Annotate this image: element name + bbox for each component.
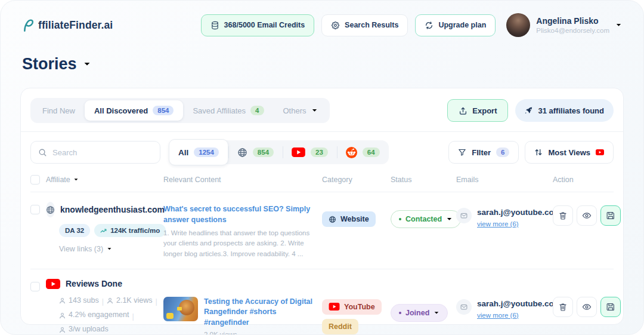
column-header-status-label: Status — [391, 176, 411, 184]
logo-text: ffiliateFinder.ai — [38, 19, 113, 32]
save-button[interactable] — [600, 205, 621, 226]
affiliates-found-pill: 31 affiliates found — [515, 99, 614, 122]
content-title-link[interactable]: Testing the Accuracy of Digital Rangefin… — [204, 297, 314, 328]
source-filter-all[interactable]: All 1254 — [169, 139, 228, 165]
view-links-label: View links (3) — [59, 245, 103, 253]
save-button[interactable] — [600, 297, 621, 317]
envelope-icon — [456, 208, 472, 223]
person-icon — [59, 312, 66, 319]
app-window: ffiliateFinder.ai 368/5000 Email Credits… — [0, 0, 644, 335]
globe-icon — [237, 147, 247, 158]
emails-cell: sarah.j@youtube.com view more (6) — [456, 279, 553, 320]
row-checkbox[interactable] — [30, 282, 40, 291]
reddit-icon — [346, 147, 357, 158]
action-cell — [553, 279, 621, 317]
user-menu[interactable]: Angelina Plisko Plisko4@endorsely.com — [506, 13, 622, 37]
status-dot — [399, 312, 401, 314]
video-thumbnail[interactable] — [163, 297, 198, 321]
traffic-badge-label: 124K traffic/mo — [110, 227, 160, 234]
title-chevron-icon[interactable] — [83, 62, 91, 67]
logo-icon — [22, 18, 37, 33]
traffic-badge: 124K traffic/mo — [94, 224, 166, 237]
youtube-icon — [596, 148, 604, 156]
eye-icon — [582, 211, 592, 220]
main-card: Find New All Discovered 854 Saved Affili… — [20, 88, 624, 325]
chevron-down-icon — [311, 108, 318, 113]
funnel-icon — [458, 148, 466, 156]
source-filter-website[interactable]: 854 — [228, 140, 283, 164]
column-header-action: Action — [553, 176, 614, 184]
source-filter-youtube[interactable]: 23 — [283, 140, 337, 164]
column-header-category: Category — [322, 176, 391, 184]
tab-others[interactable]: Others — [274, 101, 327, 121]
tab-saved-affiliates[interactable]: Saved Affiliates 4 — [183, 100, 273, 121]
email-credits-button[interactable]: 368/5000 Email Credits — [201, 14, 315, 36]
affiliate-name[interactable]: knowledgeenthusiast.com — [60, 205, 165, 214]
sort-label: Most Views — [548, 148, 590, 157]
page-title-row: Stories — [22, 55, 643, 73]
upgrade-plan-button[interactable]: Upgrade plan — [415, 14, 496, 36]
tabs-bar: Find New All Discovered 854 Saved Affili… — [30, 98, 614, 123]
row-checkbox[interactable] — [30, 205, 40, 214]
delete-button[interactable] — [553, 205, 573, 226]
view-button[interactable] — [577, 297, 597, 317]
view-more-link[interactable]: view more (6) — [477, 312, 519, 319]
tabs-bar-actions: Export 31 affiliates found — [447, 99, 614, 122]
status-dropdown[interactable]: Contacted — [391, 210, 461, 228]
youtube-icon — [46, 279, 60, 289]
category-youtube-label: YouTube — [344, 303, 375, 311]
source-segmented-control: All 1254 854 23 64 — [169, 140, 389, 164]
select-all-checkbox[interactable] — [30, 175, 40, 185]
stat-uploads: 3/w uploads — [69, 323, 109, 335]
delete-button[interactable] — [553, 297, 573, 317]
category-website-pill: Website — [322, 211, 376, 227]
eye-icon — [582, 302, 592, 312]
avatar — [506, 13, 530, 37]
search-results-button[interactable]: Search Results — [321, 14, 408, 36]
status-dropdown[interactable]: Joined — [391, 304, 448, 322]
category-reddit-label: Reddit — [329, 322, 352, 331]
sort-button[interactable]: Most Views — [525, 141, 614, 164]
tab-find-new[interactable]: Find New — [33, 101, 85, 121]
content-views: 2.0K views — [204, 331, 314, 335]
view-links-toggle[interactable]: View links (3) — [59, 245, 163, 253]
content-title-link[interactable]: What's secret to successful SEO? Simply … — [163, 204, 314, 225]
tabs-segmented-control: Find New All Discovered 854 Saved Affili… — [30, 98, 330, 123]
export-button[interactable]: Export — [447, 99, 508, 122]
da-badge: DA 32 — [59, 224, 90, 237]
affiliate-cell: Reviews Done 143 subs|2.1K views|4.2% en… — [46, 279, 163, 335]
person-icon — [59, 297, 66, 304]
globe-icon — [329, 216, 336, 223]
column-header-affiliate-label: Affiliate — [46, 176, 70, 184]
status-cell: Joined — [391, 279, 456, 322]
view-more-link[interactable]: view more (6) — [477, 220, 519, 228]
affiliate-name[interactable]: Reviews Done — [66, 279, 122, 288]
column-header-relevant-content: Relevant Content — [163, 176, 322, 184]
gear-icon — [331, 21, 340, 30]
upgrade-plan-label: Upgrade plan — [438, 21, 486, 29]
column-header-status: Status — [391, 176, 456, 184]
filter-count: 6 — [496, 147, 509, 157]
status-dot — [399, 218, 401, 220]
export-label: Export — [472, 106, 497, 115]
envelope-icon — [456, 299, 472, 315]
trend-icon — [100, 228, 107, 233]
column-header-category-label: Category — [322, 176, 352, 184]
view-button[interactable] — [577, 205, 597, 226]
source-all-label: All — [178, 148, 188, 157]
column-header-emails-label: Emails — [456, 176, 479, 184]
relevant-content-cell: What's secret to successful SEO? Simply … — [163, 202, 322, 259]
tab-find-new-label: Find New — [42, 106, 75, 115]
user-name: Angelina Plisko — [536, 16, 609, 27]
filter-button[interactable]: FIlter 6 — [448, 141, 519, 164]
source-filter-reddit[interactable]: 64 — [337, 140, 389, 164]
status-label: Joined — [405, 309, 429, 317]
status-cell: Contacted — [391, 202, 456, 228]
person-icon — [59, 327, 66, 333]
emails-cell: sarah.j@youtube.com view more (6) — [456, 202, 553, 229]
tab-all-discovered[interactable]: All Discovered 854 — [85, 100, 184, 121]
youtube-icon — [329, 303, 340, 311]
search-input[interactable] — [52, 148, 153, 157]
column-header-affiliate[interactable]: Affiliate — [46, 176, 163, 184]
header: ffiliateFinder.ai 368/5000 Email Credits… — [1, 1, 643, 37]
